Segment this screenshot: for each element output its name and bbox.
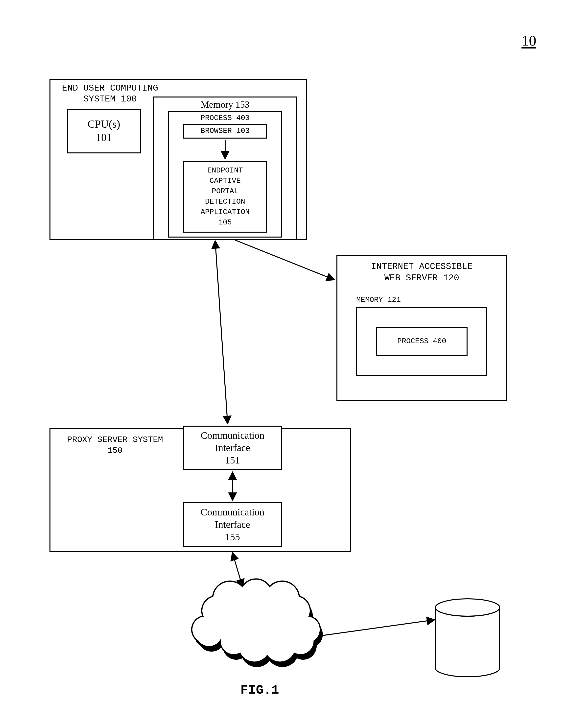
ci151-l1: Communication [201, 430, 265, 441]
cpu-line2: 101 [96, 131, 112, 144]
db-l1: REQUESTED [449, 633, 486, 641]
cpu-line1: CPU(s) [88, 118, 120, 130]
ws-t2: WEB SERVER 120 [384, 273, 459, 283]
figure-caption: FIG.1 [223, 683, 297, 698]
comm-interface-155-label: Communication Interface 155 [183, 506, 282, 543]
arrow-cloud-to-db [319, 620, 434, 636]
app-l6: 105 [219, 218, 232, 227]
app-l5: APPLICATION [201, 208, 250, 216]
ci151-l3: 151 [225, 455, 240, 466]
cpu-label: CPU(s) 101 [67, 118, 141, 144]
process-400-label: PROCESS 400 [168, 114, 282, 122]
db-l2: WEBPAGE [453, 643, 482, 651]
arrow-ci155-to-cloud [233, 553, 243, 586]
app-l1: ENDPOINT [207, 166, 243, 175]
end-user-title-line2: SYSTEM 100 [83, 94, 137, 104]
end-user-title: END USER COMPUTING SYSTEM 100 [57, 83, 163, 105]
arrow-app-to-ci151 [215, 241, 228, 423]
ci151-l2: Interface [215, 442, 250, 453]
app-l4: DETECTION [205, 197, 245, 206]
proxy-title: PROXY SERVER SYSTEM 150 [57, 434, 173, 456]
browser-label: BROWSER 103 [183, 127, 267, 135]
db-text: REQUESTED WEBPAGE 171 [435, 632, 500, 662]
figure-number: 10 [521, 32, 536, 49]
end-user-title-line1: END USER COMPUTING [62, 83, 158, 93]
ws-process-label: PROCESS 400 [376, 337, 467, 345]
ci155-l1: Communication [201, 507, 265, 518]
memory-153-label: Memory 153 [153, 99, 297, 110]
endpoint-app-label: ENDPOINT CAPTIVE PORTAL DETECTION APPLIC… [183, 165, 267, 228]
ci155-l3: 155 [225, 531, 240, 542]
web-server-memory-label: MEMORY 121 [356, 296, 420, 304]
arrow-app-to-webserver [235, 240, 334, 280]
diagram-page: { "figure_number": "10", "figure_caption… [0, 0, 566, 728]
ws-t1: INTERNET ACCESSIBLE [371, 262, 472, 272]
web-server-title: INTERNET ACCESSIBLE WEB SERVER 120 [336, 261, 507, 284]
proxy-t2: 150 [107, 446, 123, 455]
ci155-l2: Interface [215, 519, 250, 530]
cloud-label: Cloud 160 [218, 614, 287, 626]
comm-interface-151-label: Communication Interface 151 [183, 429, 282, 466]
db-num: 170 [435, 612, 500, 624]
app-l2: CAPTIVE [210, 177, 241, 185]
proxy-t1: PROXY SERVER SYSTEM [67, 435, 163, 444]
app-l3: PORTAL [212, 187, 239, 195]
db-l3: 171 [461, 653, 474, 661]
